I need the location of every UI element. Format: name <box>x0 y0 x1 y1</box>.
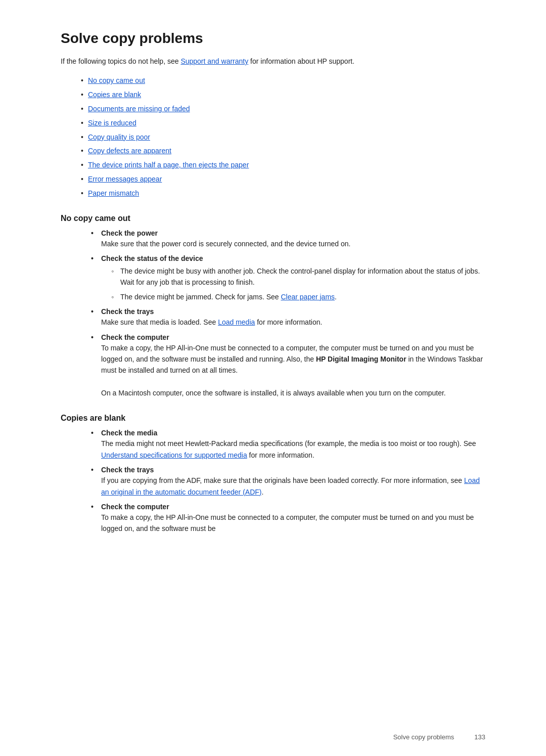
toc-item-2: Copies are blank <box>81 89 485 101</box>
toc-link-7[interactable]: The device prints half a page, then ejec… <box>88 161 249 169</box>
support-warranty-link[interactable]: Support and warranty <box>180 57 248 65</box>
toc-link-9[interactable]: Paper mismatch <box>88 189 139 197</box>
no-copy-item-computer: Check the computer To make a copy, the H… <box>91 333 485 399</box>
copies-blank-media-body: The media might not meet Hewlett-Packard… <box>101 438 485 461</box>
footer-page-number: 133 <box>474 733 485 741</box>
copies-blank-items: Check the media The media might not meet… <box>91 429 485 534</box>
copies-blank-item-trays: Check the trays If you are copying from … <box>91 466 485 498</box>
toc-item-5: Copy quality is poor <box>81 131 485 144</box>
no-copy-status-sub1: The device might be busy with another jo… <box>111 265 485 288</box>
no-copy-trays-body: Make sure that media is loaded. See Load… <box>101 317 485 328</box>
no-copy-power-body: Make sure that the power cord is securel… <box>101 238 485 249</box>
no-copy-status-subitems: The device might be busy with another jo… <box>111 265 485 302</box>
section-no-copy: No copy came out Check the power Make su… <box>61 214 485 399</box>
intro-text-after: for information about HP support. <box>248 57 354 65</box>
page-content: Solve copy problems If the following top… <box>0 0 546 590</box>
section-heading-copies-blank: Copies are blank <box>61 414 485 423</box>
no-copy-items: Check the power Make sure that the power… <box>91 229 485 399</box>
toc-item-3: Documents are missing or faded <box>81 103 485 115</box>
section-heading-no-copy: No copy came out <box>61 214 485 223</box>
no-copy-computer-body: To make a copy, the HP All-in-One must b… <box>101 342 485 399</box>
no-copy-status-sub2: The device might be jammed. Check for ja… <box>111 291 485 302</box>
sub-section-copies-blank: Check the media The media might not meet… <box>91 429 485 534</box>
clear-paper-jams-link[interactable]: Clear paper jams <box>281 293 335 301</box>
no-copy-computer-label: Check the computer <box>101 333 169 341</box>
load-media-link[interactable]: Load media <box>218 318 255 326</box>
intro-paragraph: If the following topics do not help, see… <box>61 56 485 67</box>
toc-link-8[interactable]: Error messages appear <box>88 175 162 183</box>
hp-digital-imaging-monitor-bold: HP Digital Imaging Monitor <box>316 355 406 363</box>
toc-link-5[interactable]: Copy quality is poor <box>88 133 150 141</box>
section-copies-blank: Copies are blank Check the media The med… <box>61 414 485 534</box>
toc-item-6: Copy defects are apparent <box>81 145 485 157</box>
load-adf-link[interactable]: Load an original in the automatic docume… <box>101 476 480 496</box>
page-title: Solve copy problems <box>61 30 485 47</box>
toc-link-2[interactable]: Copies are blank <box>88 91 141 99</box>
copies-blank-trays-body: If you are copying from the ADF, make su… <box>101 475 485 498</box>
toc-item-7: The device prints half a page, then ejec… <box>81 159 485 171</box>
toc-list: No copy came out Copies are blank Docume… <box>81 75 485 199</box>
copies-blank-media-label: Check the media <box>101 429 157 437</box>
no-copy-trays-label: Check the trays <box>101 307 154 316</box>
toc-link-6[interactable]: Copy defects are apparent <box>88 147 171 155</box>
no-copy-status-label: Check the status of the device <box>101 254 203 262</box>
no-copy-power-label: Check the power <box>101 229 158 237</box>
copies-blank-item-media: Check the media The media might not meet… <box>91 429 485 461</box>
copies-blank-trays-label: Check the trays <box>101 466 154 474</box>
toc-item-8: Error messages appear <box>81 173 485 186</box>
copies-blank-item-computer: Check the computer To make a copy, the H… <box>91 503 485 535</box>
toc-link-4[interactable]: Size is reduced <box>88 119 136 127</box>
intro-text-before: If the following topics do not help, see <box>61 57 180 65</box>
toc-item-1: No copy came out <box>81 75 485 87</box>
page-footer: Solve copy problems 133 <box>393 733 485 741</box>
toc-item-4: Size is reduced <box>81 117 485 129</box>
no-copy-item-trays: Check the trays Make sure that media is … <box>91 307 485 328</box>
toc-item-9: Paper mismatch <box>81 188 485 200</box>
no-copy-item-power: Check the power Make sure that the power… <box>91 229 485 249</box>
understand-specs-link[interactable]: Understand specifications for supported … <box>101 451 247 459</box>
footer-title: Solve copy problems <box>393 733 454 741</box>
no-copy-item-status: Check the status of the device The devic… <box>91 254 485 302</box>
sub-section-no-copy: Check the power Make sure that the power… <box>91 229 485 399</box>
copies-blank-computer-body: To make a copy, the HP All-in-One must b… <box>101 512 485 535</box>
toc-link-1[interactable]: No copy came out <box>88 76 145 84</box>
copies-blank-computer-label: Check the computer <box>101 503 169 511</box>
toc-link-3[interactable]: Documents are missing or faded <box>88 105 190 113</box>
